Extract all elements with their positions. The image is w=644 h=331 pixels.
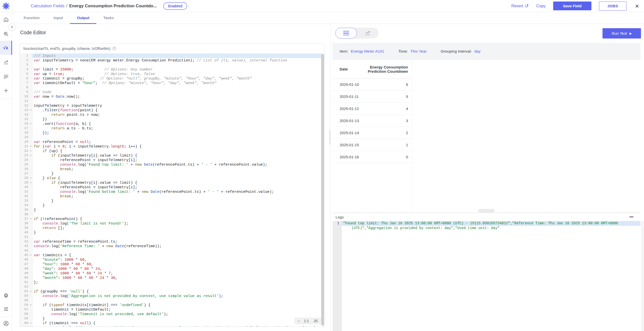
code-line[interactable]: 19 [20,135,324,140]
code-line[interactable]: 3 [20,63,324,67]
close-icon[interactable]: × [635,3,639,9]
code-line[interactable]: 10var now = Date.now(); [20,94,324,99]
breadcrumb-calculation-fields[interactable]: Calculation Fields [31,4,64,9]
code-line[interactable]: 21▾for (var i = 0; i < inputTelemetry.le… [20,144,324,149]
revert-button[interactable]: Revert ↺ [511,3,529,9]
code-line[interactable]: 28▾ } else { [20,176,324,180]
code-line[interactable]: 58 console.log('Timeunit is not provided… [20,312,324,316]
minimize-logs-icon[interactable] [629,216,633,217]
code-line[interactable]: 59 } [20,316,324,321]
code-line[interactable]: 31 console.log('Found bottom limit: ' + … [20,190,324,194]
code-line[interactable]: 5var up = true; // Options: true, false [20,72,324,76]
code-line[interactable]: 41 [20,235,324,239]
context-value[interactable]: This Year [410,49,427,54]
fold-arrow-icon[interactable]: ▾ [30,180,31,185]
explore-search-icon[interactable] [0,29,12,39]
code-line[interactable]: 32 break; [20,194,324,199]
code-line[interactable]: 13▾ .filter(function(point) { [20,108,324,113]
code-lines[interactable]: 1/// Inputs2var inputTelemetry = none(EM… [20,54,324,326]
code-line[interactable]: 47 "hour": 1000 * 60 * 60, [20,262,324,267]
code-line[interactable]: 15 }) [20,117,324,122]
code-line[interactable]: 26 break; [20,167,324,171]
sidebar-item-calculation-fields-active[interactable]: √x [0,41,12,55]
fold-arrow-icon[interactable]: ▾ [30,321,31,325]
fold-arrow-icon[interactable]: ▾ [30,176,31,180]
code-line[interactable]: 27 } [20,171,324,176]
settings-gear-icon[interactable] [0,291,12,301]
code-line[interactable]: 48 "day": 1000 * 60 * 60 * 24, [20,267,324,271]
code-line[interactable]: 9/// Code [20,90,324,94]
collapse-chevron-icon[interactable]: ‹ [298,319,299,323]
code-line[interactable]: 36 [20,212,324,217]
code-line[interactable]: 33 } [20,199,324,203]
list-icon[interactable] [0,71,12,82]
code-line[interactable]: 24 referencePoint = inputTelemetry[i]; [20,158,324,162]
fold-arrow-icon[interactable]: ▾ [30,149,31,153]
code-line[interactable]: 39 return []; [20,226,324,230]
tab-tasks[interactable]: Tasks [96,12,121,24]
code-line[interactable]: 16▾ .sort(function(a, b) { [20,122,324,126]
jobs-button[interactable]: JOBS [599,2,627,11]
code-line[interactable]: 6var timeUnit = groupBy; // Options: "nu… [20,76,324,81]
code-line[interactable]: 51}; [20,280,324,285]
user-avatar-icon[interactable] [0,318,12,328]
code-line[interactable]: 14 return point.ts > now; [20,113,324,117]
trend-chart-icon[interactable] [0,57,12,67]
code-line[interactable]: 22▾ if (up) { [20,149,324,153]
context-value[interactable]: day [474,49,480,54]
code-line[interactable]: 49 "week": 1000 * 60 * 60 * 24 * 7, [20,271,324,276]
code-line[interactable]: 11 [20,99,324,103]
logs-output[interactable]: 1"Found top limit: Thu Jan 16 2025 13:00… [333,221,640,331]
code-line[interactable]: 46 "minute": 1000 * 60, [20,258,324,262]
table-view-toggle[interactable] [335,28,357,39]
code-line[interactable]: 18 }); [20,131,324,135]
code-line[interactable]: 44 [20,248,324,253]
code-line[interactable]: 61 console.log('Groupby is provided by t… [20,325,324,326]
tab-input[interactable]: Input [47,12,70,24]
code-editor[interactable]: function(startTs, endTs, groupBy, tzName… [20,43,325,327]
code-line[interactable]: 4var limit = 15000; // Options: Any numb… [20,67,324,72]
code-line[interactable]: 60▾ if (timeUnit === null) { [20,321,324,325]
fold-arrow-icon[interactable]: ▾ [30,108,31,113]
fold-arrow-icon[interactable]: ▾ [30,153,31,158]
copy-button[interactable]: Copy [536,4,545,8]
code-line[interactable]: 40} [20,230,324,235]
code-line[interactable]: 23▾ if (inputTelemetry[i].value >= limit… [20,153,324,158]
logs-resize-handle[interactable] [478,209,495,212]
panel-resize-handle[interactable] [330,130,330,145]
context-value[interactable]: Energy Meter A101 [351,49,384,54]
code-line[interactable]: 17 return a.ts - b.ts; [20,126,324,131]
fold-arrow-icon[interactable]: ▾ [30,289,31,294]
code-line[interactable]: 25 console.log('Found top limit: ' + new… [20,162,324,167]
tab-output[interactable]: Output [70,12,96,24]
app-logo-icon[interactable] [0,1,12,11]
code-line[interactable]: 42var referenceTime = referencePoint.ts; [20,239,324,244]
save-field-button[interactable]: Save Field [553,2,591,10]
code-line[interactable]: 56▾ if (typeof timeUnits[timeUnit] === '… [20,303,324,307]
fold-arrow-icon[interactable]: ▾ [30,144,31,149]
code-line[interactable]: 35} [20,208,324,212]
code-line[interactable]: 1/// Inputs [20,54,324,58]
code-line[interactable]: 38 console.log('The limit is not Found!'… [20,221,324,226]
code-line[interactable]: 53▾if (groupBy === 'null') { [20,289,324,294]
code-line[interactable]: 55 [20,298,324,303]
info-icon[interactable] [112,47,116,50]
sliders-filter-icon[interactable] [0,304,12,314]
logs-scrollbar-track[interactable] [641,221,644,331]
code-line[interactable]: 54 console.log('Aggregation is not provi… [20,294,324,298]
tab-function[interactable]: Function [17,12,47,24]
fold-arrow-icon[interactable]: ▾ [30,253,31,258]
code-line[interactable]: 29▾ if (inputTelemetry[i].value <= limit… [20,180,324,185]
code-line[interactable]: 37▾if (!referencePoint) { [20,217,324,221]
fold-arrow-icon[interactable]: ▾ [30,217,31,221]
add-plus-icon[interactable] [0,86,12,96]
code-line[interactable]: 2var inputTelemetry = none(EM energy met… [20,58,324,63]
fold-arrow-icon[interactable]: ▾ [30,122,31,126]
chart-view-toggle[interactable] [357,28,379,39]
code-line[interactable]: 12inputTelemetry = inputTelemetry [20,103,324,108]
fold-arrow-icon[interactable]: ▾ [30,303,31,307]
code-line[interactable]: 8 [20,85,324,90]
run-test-button[interactable]: Run Test ▶ [602,28,641,39]
code-line[interactable]: 30 referencePoint = inputTelemetry[i]; [20,185,324,190]
sidebar-expand-button[interactable] [9,23,16,30]
